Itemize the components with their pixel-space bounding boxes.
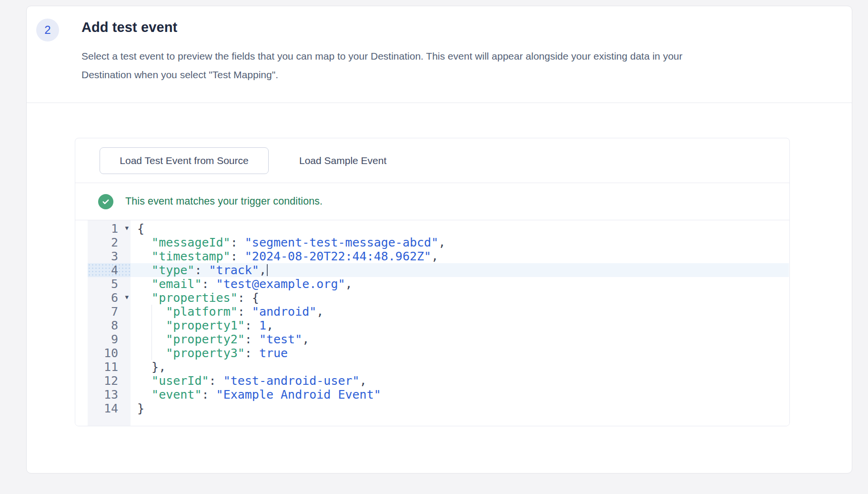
line-number: 8 [88,319,131,332]
code-line[interactable]: 9 "property2": "test", [88,332,789,346]
check-circle-icon [98,194,113,209]
code-token: "messageId" [151,236,231,249]
code-line[interactable]: 4 "type": "track", [88,263,789,277]
fold-arrow-icon[interactable]: ▾ [125,221,129,235]
code-content[interactable]: "type": "track", [131,263,789,277]
code-line[interactable]: 11 }, [88,360,789,374]
line-number: 9 [88,332,131,346]
line-number: 7 [88,305,131,319]
code-token: "email" [151,277,202,291]
code-content[interactable]: "userId": "test-android-user", [131,374,789,388]
code-token: : [202,277,216,291]
code-token: : [194,263,209,277]
indent-guide [151,332,152,346]
code-line[interactable]: 13 "event": "Example Android Event" [88,388,789,401]
code-token: : [231,236,245,249]
code-content[interactable]: "timestamp": "2024-08-20T22:44:48.962Z", [131,249,789,263]
indent-guide [151,305,152,319]
code-token: : [245,332,259,346]
code-line[interactable]: 12 "userId": "test-android-user", [88,374,789,388]
code-token: : [202,388,216,401]
code-token: "test-android-user" [223,374,360,388]
load-test-event-button[interactable]: Load Test Event from Source [100,147,269,174]
json-editor[interactable]: 1▾{2 "messageId": "segment-test-message-… [75,220,789,426]
code-line[interactable]: 3 "timestamp": "2024-08-20T22:44:48.962Z… [88,249,789,263]
code-content[interactable]: "property2": "test", [131,332,789,346]
code-line[interactable]: 1▾{ [88,222,789,236]
code-token: : [231,249,245,263]
code-line[interactable]: 7 "platform": "android", [88,305,789,319]
code-token: "2024-08-20T22:44:48.962Z" [245,249,431,263]
line-number: 11 [88,360,131,374]
step-description: Select a test event to preview the field… [81,47,729,84]
step-description-line2: Destination when you select "Test Mappin… [81,69,278,80]
code-token: }, [137,360,166,374]
code-token [137,291,151,305]
code-token: "segment-test-message-abcd" [245,236,438,249]
code-line[interactable]: 14} [88,401,789,415]
step-number-badge: 2 [36,19,59,41]
code-content[interactable]: "property3": true [131,346,789,360]
code-token: true [259,346,288,360]
code-token: "properties" [151,291,238,305]
code-token: "timestamp" [151,249,231,263]
line-number: 10 [88,346,131,360]
code-token: : { [238,291,259,305]
line-number: 5 [88,277,131,291]
code-token: "property1" [166,319,245,332]
code-token: "property3" [166,346,245,360]
code-content[interactable]: "property1": 1, [131,319,789,332]
code-token: , [316,305,323,319]
code-token: "Example Android Event" [216,388,381,401]
code-token: } [137,401,144,415]
code-content[interactable]: "properties": { [131,291,789,305]
indent-guide [151,346,152,360]
code-line[interactable]: 2 "messageId": "segment-test-message-abc… [88,236,789,249]
line-number: 12 [88,374,131,388]
code-token: "track" [209,263,259,277]
text-cursor [267,264,268,276]
line-number: 3 [88,249,131,263]
code-token [137,236,151,249]
code-content[interactable]: }, [131,360,789,374]
code-line[interactable]: 10 "property3": true [88,346,789,360]
code-token: "android" [252,305,316,319]
code-content[interactable]: "email": "test@example.org", [131,277,789,291]
line-number: 14 [88,401,131,415]
step-number: 2 [44,23,50,37]
code-line[interactable]: 8 "property1": 1, [88,319,789,332]
code-content[interactable]: } [131,401,789,415]
code-content[interactable]: "platform": "android", [131,305,789,319]
code-token: "test" [259,332,302,346]
test-event-panel: Load Test Event from Source Load Sample … [75,138,790,426]
code-token: , [438,236,445,249]
code-token: , [302,332,309,346]
add-test-event-card: 2 Add test event Select a test event to … [26,6,852,473]
code-token: , [360,374,367,388]
line-number: 1▾ [88,222,131,236]
code-token: { [137,222,144,236]
code-token: "platform" [166,305,238,319]
code-token: : [238,305,252,319]
editor-lines: 1▾{2 "messageId": "segment-test-message-… [88,222,789,415]
code-token: "property2" [166,332,245,346]
code-content[interactable]: { [131,222,789,236]
trigger-status-bar: This event matches your trigger conditio… [75,183,789,220]
code-token [137,277,151,291]
code-token: , [345,277,353,291]
code-token: , [431,249,438,263]
trigger-status-text: This event matches your trigger conditio… [125,196,323,207]
code-token [137,374,151,388]
code-token [137,249,151,263]
line-number: 2 [88,236,131,249]
code-line[interactable]: 5 "email": "test@example.org", [88,277,789,291]
indent-guide [151,319,152,332]
line-number: 6▾ [88,291,131,305]
code-content[interactable]: "messageId": "segment-test-message-abcd"… [131,236,789,249]
fold-arrow-icon[interactable]: ▾ [125,290,129,304]
load-sample-event-button[interactable]: Load Sample Event [297,147,388,174]
code-content[interactable]: "event": "Example Android Event" [131,388,789,401]
code-token: "type" [151,263,194,277]
code-line[interactable]: 6▾ "properties": { [88,291,789,305]
page-title: Add test event [81,20,177,35]
